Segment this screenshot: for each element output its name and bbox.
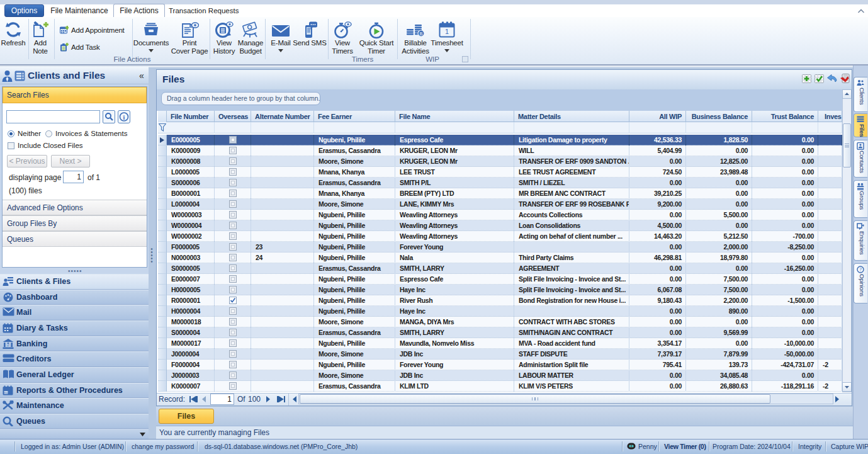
svg-text:1: 1: [445, 28, 449, 35]
svg-text:END: END: [4, 392, 9, 394]
svg-text:B: B: [419, 31, 422, 37]
svg-text:i: i: [123, 114, 125, 121]
svg-text:$: $: [7, 343, 9, 348]
svg-text:?: ?: [859, 267, 862, 273]
